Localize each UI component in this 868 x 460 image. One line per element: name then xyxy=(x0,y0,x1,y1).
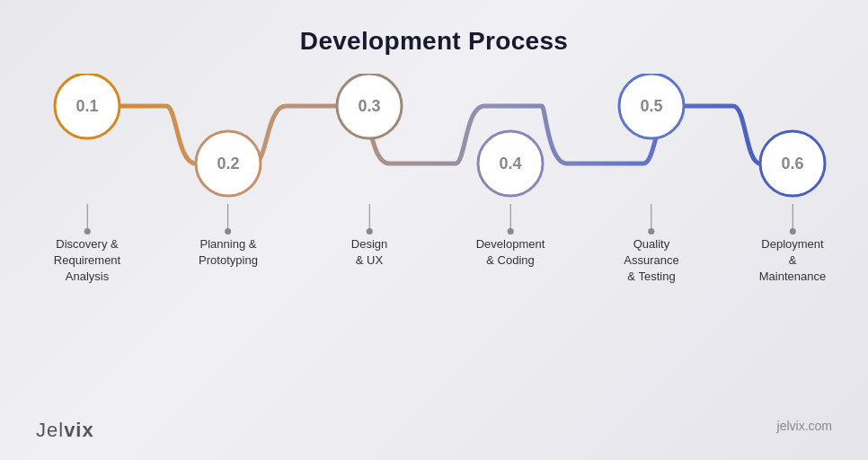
connector-1 xyxy=(87,204,88,231)
label-text-6: Deployment &Maintenance xyxy=(759,236,826,286)
label-2: Planning &Prototyping xyxy=(199,204,258,269)
wave-svg: 0.1 0.2 0.3 0.4 0.5 0.6 xyxy=(21,74,847,208)
connector-2 xyxy=(227,204,228,231)
page-title: Development Process xyxy=(300,27,568,56)
svg-text:0.6: 0.6 xyxy=(781,155,803,172)
connector-4 xyxy=(509,204,510,231)
label-6: Deployment &Maintenance xyxy=(759,204,826,286)
website-link: jelvix.com xyxy=(777,419,832,442)
svg-text:0.4: 0.4 xyxy=(499,155,521,172)
svg-text:0.1: 0.1 xyxy=(75,97,98,115)
label-text-4: Development& Coding xyxy=(476,236,545,269)
wave-container: 0.1 0.2 0.3 0.4 0.5 0.6 xyxy=(21,74,847,208)
svg-text:0.5: 0.5 xyxy=(640,97,662,115)
connector-6 xyxy=(792,204,793,231)
label-3: Design& UX xyxy=(351,204,387,269)
label-5: QualityAssurance& Testing xyxy=(624,204,678,286)
label-text-5: QualityAssurance& Testing xyxy=(624,236,678,286)
labels-container: Discovery &RequirementAnalysis Planning … xyxy=(21,204,847,294)
label-1: Discovery &RequirementAnalysis xyxy=(54,204,120,286)
brand-logo: Jelvix xyxy=(36,419,94,442)
diagram-wrapper: 0.1 0.2 0.3 0.4 0.5 0.6 Discovery &Requi… xyxy=(0,74,868,294)
footer: Jelvix jelvix.com xyxy=(0,419,868,442)
connector-5 xyxy=(651,204,651,231)
connector-3 xyxy=(369,204,370,231)
label-text-1: Discovery &RequirementAnalysis xyxy=(54,236,120,286)
label-text-3: Design& UX xyxy=(351,236,387,269)
svg-text:0.2: 0.2 xyxy=(217,155,239,172)
label-text-2: Planning &Prototyping xyxy=(199,236,258,269)
label-4: Development& Coding xyxy=(476,204,545,269)
svg-text:0.3: 0.3 xyxy=(358,97,380,115)
